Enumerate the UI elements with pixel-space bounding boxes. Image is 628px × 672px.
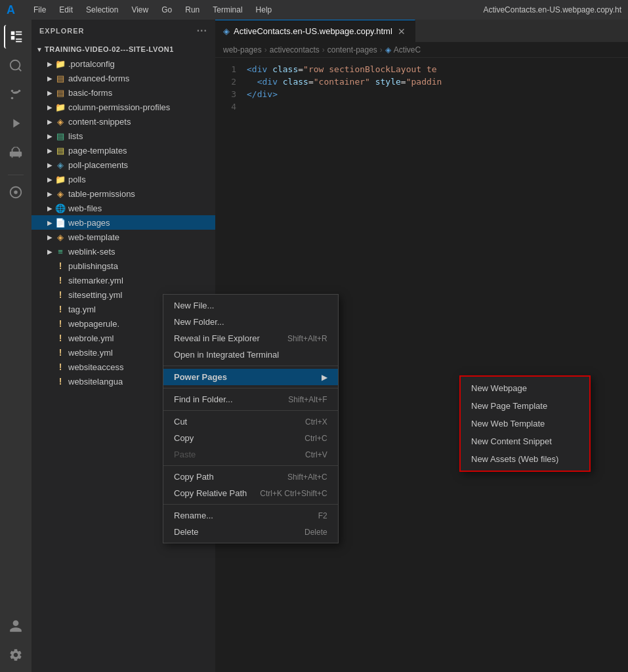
tree-item-portalconfig[interactable]: ▶ 📁 .portalconfig	[31, 56, 215, 71]
submenu-new-page-template[interactable]: New Page Template	[461, 397, 589, 415]
sidebar-header: EXPLORER ···	[31, 20, 215, 42]
remote-activity-icon[interactable]	[4, 180, 28, 204]
settings-activity-icon[interactable]	[4, 643, 28, 667]
context-open-terminal[interactable]: Open in Integrated Terminal	[163, 346, 338, 363]
context-new-folder[interactable]: New Folder...	[163, 314, 338, 330]
extensions-activity-icon[interactable]	[4, 140, 28, 164]
sitemarker-label: sitemarker.yml	[68, 276, 123, 285]
webpagerule-label: webpagerule.	[68, 319, 119, 329]
line-num-4: 4	[220, 100, 236, 113]
context-find-folder[interactable]: Find in Folder... Shift+Alt+F	[163, 391, 338, 408]
submenu-new-web-template[interactable]: New Web Template	[461, 415, 589, 432]
context-delete-shortcut: Delete	[304, 528, 327, 537]
context-open-terminal-label: Open in Integrated Terminal	[174, 350, 279, 360]
tag-icon: !	[55, 304, 66, 314]
context-new-file[interactable]: New File...	[163, 297, 338, 314]
menu-help[interactable]: Help	[251, 4, 278, 16]
context-copy-path[interactable]: Copy Path Shift+Alt+C	[163, 469, 338, 485]
poll-placements-arrow: ▶	[45, 159, 55, 170]
tree-item-basic-forms[interactable]: ▶ ▤ basic-forms	[31, 85, 215, 100]
tree-item-publishingsta[interactable]: ▶ ! publishingsta	[31, 259, 215, 273]
webpagerule-icon: !	[55, 318, 66, 329]
breadcrumb-sep3: ›	[380, 45, 383, 54]
power-pages-submenu[interactable]: New Webpage New Page Template New Web Te…	[459, 375, 591, 472]
tab-bar: ◈ ActiveContacts.en-US.webpage.copy.html…	[215, 20, 628, 43]
tree-item-table-permissions[interactable]: ▶ ◈ table-permissions	[31, 186, 215, 201]
submenu-new-assets-label: New Assets (Web files)	[471, 454, 558, 464]
web-pages-arrow: ▶	[45, 217, 55, 228]
menu-selection[interactable]: Selection	[81, 4, 123, 16]
account-activity-icon[interactable]	[4, 614, 28, 638]
sidebar-more-icon[interactable]: ···	[197, 25, 207, 37]
polls-label: polls	[68, 175, 86, 184]
breadcrumb-sep1: ›	[264, 45, 267, 54]
context-reveal-shortcut: Shift+Alt+R	[287, 334, 327, 343]
web-files-arrow: ▶	[45, 203, 55, 213]
submenu-new-assets[interactable]: New Assets (Web files)	[461, 450, 589, 468]
breadcrumb-filename[interactable]: ActiveC	[394, 45, 421, 54]
context-find-folder-shortcut: Shift+Alt+F	[288, 395, 327, 404]
submenu-new-content-snippet-label: New Content Snippet	[471, 436, 552, 446]
context-paste[interactable]: Paste Ctrl+V	[163, 446, 338, 463]
tree-root-folder[interactable]: ▼ TRAINING-VIDEO-02---SITE-LVON1	[31, 42, 215, 56]
context-rename[interactable]: Rename... F2	[163, 507, 338, 524]
tree-item-column-permission[interactable]: ▶ 📁 column-permission-profiles	[31, 100, 215, 114]
website-label: website.yml	[68, 348, 113, 358]
source-control-activity-icon[interactable]	[4, 83, 28, 106]
search-activity-icon[interactable]	[4, 54, 28, 77]
breadcrumb-sep2: ›	[322, 45, 325, 54]
tree-item-sitemarker[interactable]: ▶ ! sitemarker.yml	[31, 273, 215, 287]
menu-terminal[interactable]: Terminal	[207, 4, 247, 16]
menu-go[interactable]: Go	[156, 4, 177, 16]
menu-edit[interactable]: Edit	[54, 4, 78, 16]
tab-close-icon[interactable]: ✕	[396, 26, 407, 37]
code-line-2: <div class="container" style="paddin	[241, 75, 628, 88]
tag-label: tag.yml	[68, 304, 96, 314]
publishingsta-label: publishingsta	[68, 261, 118, 271]
tree-item-web-files[interactable]: ▶ 🌐 web-files	[31, 201, 215, 215]
sitesetting-icon: !	[55, 289, 66, 300]
poll-placements-icon: ◈	[55, 159, 66, 170]
line-num-3: 3	[220, 88, 236, 100]
context-paste-label: Paste	[174, 450, 196, 459]
primary-context-menu[interactable]: New File... New Folder... Reveal in File…	[163, 294, 339, 543]
breadcrumb-activecontacts[interactable]: activecontacts	[270, 45, 320, 54]
context-delete[interactable]: Delete Delete	[163, 524, 338, 540]
titlebar-filename: ActiveContacts.en-US.webpage.copy.ht	[483, 5, 621, 14]
context-cut[interactable]: Cut Ctrl+X	[163, 413, 338, 430]
tree-item-weblink-sets[interactable]: ▶ ≡ weblink-sets	[31, 244, 215, 259]
tree-item-web-template[interactable]: ▶ ◈ web-template	[31, 230, 215, 244]
menu-file[interactable]: File	[28, 4, 51, 16]
menu-run[interactable]: Run	[180, 4, 205, 16]
breadcrumb-web-pages[interactable]: web-pages	[223, 45, 262, 54]
submenu-new-webpage[interactable]: New Webpage	[461, 379, 589, 397]
tree-item-poll-placements[interactable]: ▶ ◈ poll-placements	[31, 158, 215, 172]
submenu-new-content-snippet[interactable]: New Content Snippet	[461, 432, 589, 450]
breadcrumb-content-pages[interactable]: content-pages	[327, 45, 377, 54]
tab-icon: ◈	[223, 26, 230, 36]
context-sep-2	[163, 388, 338, 388]
tree-item-advanced-forms[interactable]: ▶ ▤ advanced-forms	[31, 71, 215, 85]
active-tab[interactable]: ◈ ActiveContacts.en-US.webpage.copy.html…	[215, 20, 415, 42]
tree-item-polls[interactable]: ▶ 📁 polls	[31, 172, 215, 186]
tree-item-lists[interactable]: ▶ ▤ lists	[31, 129, 215, 143]
context-copy[interactable]: Copy Ctrl+C	[163, 430, 338, 446]
basic-forms-label: basic-forms	[68, 88, 112, 98]
sitesetting-label: sitesetting.yml	[68, 290, 122, 300]
weblink-sets-arrow: ▶	[45, 246, 55, 257]
tree-item-web-pages[interactable]: ▶ 📄 web-pages	[31, 215, 215, 230]
run-activity-icon[interactable]	[4, 112, 28, 135]
table-permissions-icon: ◈	[55, 188, 66, 199]
context-sep-5	[163, 504, 338, 505]
advanced-forms-arrow: ▶	[45, 73, 55, 83]
tree-item-content-snippets[interactable]: ▶ ◈ content-snippets	[31, 114, 215, 129]
submenu-new-web-template-label: New Web Template	[471, 419, 545, 429]
web-pages-icon: 📄	[55, 217, 66, 228]
context-reveal-explorer[interactable]: Reveal in File Explorer Shift+Alt+R	[163, 330, 338, 346]
context-copy-relative-path[interactable]: Copy Relative Path Ctrl+K Ctrl+Shift+C	[163, 485, 338, 501]
context-power-pages[interactable]: Power Pages ▶	[163, 369, 338, 385]
tree-item-page-templates[interactable]: ▶ ▤ page-templates	[31, 143, 215, 158]
titlebar: A File Edit Selection View Go Run Termin…	[0, 0, 628, 20]
explorer-activity-icon[interactable]	[4, 25, 28, 49]
menu-view[interactable]: View	[126, 4, 154, 16]
